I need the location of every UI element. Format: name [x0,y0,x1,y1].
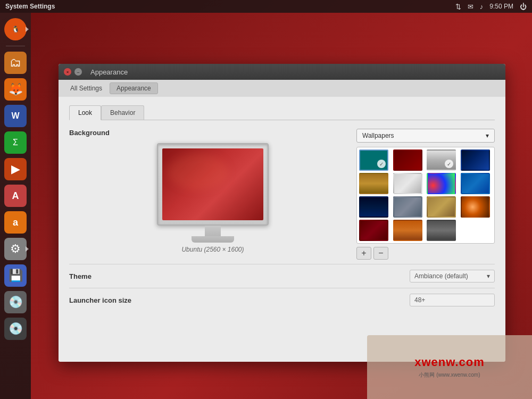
theme-value-text: Ambiance (default) [414,272,468,280]
sidebar-item-ubuntu[interactable]: 🐧 [4,18,27,40]
topbar-right: ⇅ ✉ ♪ 9:50 PM ⏻ [455,3,527,11]
disk-icon: 💾 [9,269,23,282]
launcher-active-indicator [26,27,29,32]
watermark-site: xwenw.com [414,355,485,369]
launcher: 🐧 🗂 🦊 W Σ ▶ A a ⚙ 💾 [0,13,31,399]
wallpaper-thumb-3[interactable]: ✓ [427,149,456,171]
dropdown-arrow-icon: ▾ [486,132,489,139]
watermark: xwenw.com 小熊网 (www.xwenw.com) [367,335,532,399]
add-wallpaper-button[interactable]: + [356,247,371,260]
launcher-label: Launcher icon size [69,296,131,304]
sidebar-item-amazon[interactable]: a [4,211,27,234]
sidebar-item-dvd1[interactable]: 💿 [4,291,27,313]
background-label: Background [69,129,346,137]
wallpaper-dropdown-label: Wallpapers [362,132,394,139]
wallpaper-thumb-6[interactable] [393,173,422,194]
launcher-active-indicator-2 [26,246,29,252]
amazon-icon: a [13,217,18,228]
wallpaper-thumb-9[interactable] [359,196,388,218]
screen-glow [168,154,228,190]
breadcrumb-appearance[interactable]: Appearance [110,82,158,94]
remove-wallpaper-button[interactable]: − [373,247,388,260]
window-title: Appearance [90,68,128,76]
monitor-frame [157,143,269,226]
writer-icon: W [11,111,19,121]
minimize-icon: – [77,70,79,74]
wallpaper-thumb-11[interactable] [427,196,456,218]
wallpaper-actions: + − [356,247,495,260]
window-close-button[interactable]: × [64,68,71,76]
ubuntu-icon: 🐧 [12,26,20,33]
check-icon-1: ✓ [377,160,386,168]
window-titlebar: × – Appearance [59,64,505,80]
theme-label: Theme [69,272,92,280]
launcher-divider [6,46,25,46]
window-content: Look Behavior Background [59,97,505,362]
sidebar-item-disk[interactable]: 💾 [4,264,27,287]
wallpaper-thumb-12[interactable] [461,196,490,218]
topbar: System Settings ⇅ ✉ ♪ 9:50 PM ⏻ [0,0,532,13]
theme-row: Theme Ambiance (default) ▾ [69,264,495,288]
wallpaper-thumb-13[interactable] [359,220,388,241]
close-icon: × [66,70,69,74]
desktop: System Settings ⇅ ✉ ♪ 9:50 PM ⏻ 🐧 🗂 🦊 W … [0,0,532,399]
content-area: Background Ubuntu (2560 × 1600) [69,129,495,264]
app-window: × – Appearance All Settings Appearance L… [59,64,505,362]
wallpaper-thumb-8[interactable] [461,173,490,194]
sidebar-item-settings[interactable]: ⚙ [4,238,27,260]
wallpaper-thumb-4[interactable] [461,149,490,171]
monitor-resolution-label: Ubuntu (2560 × 1600) [181,246,244,253]
check-icon-3: ✓ [445,160,453,168]
clock: 9:50 PM [489,3,513,10]
monitor-screen [162,148,263,220]
wallpaper-thumb-7[interactable] [427,173,456,194]
sidebar-item-files[interactable]: 🗂 [4,52,27,74]
power-icon[interactable]: ⏻ [520,3,527,11]
launcher-size-value: 48+ [414,296,425,304]
theme-dropdown-arrow-icon: ▾ [487,272,490,280]
launcher-row: Launcher icon size 48+ [69,288,495,312]
mail-icon[interactable]: ✉ [468,3,473,11]
monitor-stand-neck [205,226,221,236]
tab-look[interactable]: Look [69,105,101,120]
wallpaper-grid: ✓ ✓ [356,147,495,244]
theme-value-dropdown[interactable]: Ambiance (default) ▾ [410,270,495,282]
topbar-title: System Settings [5,3,55,10]
settings-icon: ⚙ [10,242,21,256]
breadcrumb-all-settings[interactable]: All Settings [64,83,109,94]
calc-icon: Σ [13,138,18,147]
files-icon: 🗂 [10,56,21,70]
watermark-full: 小熊网 (www.xwenw.com) [419,371,480,379]
dvd1-icon: 💿 [9,295,23,309]
dvd2-icon: 💿 [9,322,23,336]
wallpaper-thumb-10[interactable] [393,196,422,218]
monitor-stand-base [192,236,234,243]
impress-icon: ▶ [11,162,20,176]
speaker-icon[interactable]: ♪ [480,3,484,11]
tab-bar: Look Behavior [69,105,495,120]
firefox-icon: 🦊 [9,82,23,96]
launcher-size-control[interactable]: 48+ [410,294,495,306]
wallpaper-thumb-5[interactable] [359,173,388,194]
wallpaper-thumb-14[interactable] [393,220,422,241]
font-icon: A [12,190,19,202]
left-panel: Background Ubuntu (2560 × 1600) [69,129,346,264]
sidebar-item-impress[interactable]: ▶ [4,158,27,180]
monitor-preview: Ubuntu (2560 × 1600) [80,143,346,253]
sort-icon[interactable]: ⇅ [455,3,461,11]
wallpaper-thumb-1[interactable]: ✓ [359,149,388,171]
wallpaper-dropdown[interactable]: Wallpapers ▾ [356,129,495,143]
sidebar-item-writer[interactable]: W [4,105,27,127]
sidebar-item-dvd2[interactable]: 💿 [4,318,27,340]
window-minimize-button[interactable]: – [74,68,82,76]
breadcrumb-bar: All Settings Appearance [59,80,505,97]
wallpaper-thumb-15[interactable] [427,220,456,241]
tab-behavior[interactable]: Behavior [101,105,144,120]
sidebar-item-firefox[interactable]: 🦊 [4,78,27,101]
wallpaper-thumb-2[interactable] [393,149,422,171]
right-panel: Wallpapers ▾ ✓ ✓ [356,129,495,264]
sidebar-item-font[interactable]: A [4,185,27,207]
sidebar-item-calc[interactable]: Σ [4,131,27,154]
